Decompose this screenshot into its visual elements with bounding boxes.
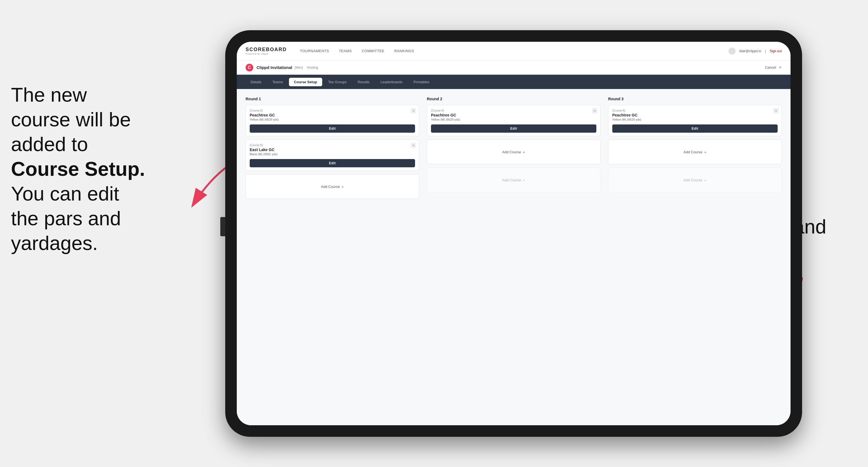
add-course-r1-1-label: Add Course — [321, 185, 340, 189]
nav-item-rankings[interactable]: RANKINGS — [394, 48, 414, 54]
round-3-header: Round 3 — [608, 97, 782, 101]
cancel-button[interactable]: Cancel ✕ — [765, 65, 782, 69]
edit-button-r1-b[interactable]: Edit — [250, 159, 415, 167]
round-2-column: Round 2 ✕ (Course A) Peachtree GC Yellow… — [427, 97, 600, 202]
add-course-r1-1-plus: + — [341, 184, 344, 189]
course-tee-r3-a: Yellow (M) (6629 yds) — [612, 118, 778, 121]
add-course-r2-2: Add Course + — [427, 167, 600, 192]
sub-tabs: Details Teams Course Setup Tee Groups Re… — [237, 75, 790, 89]
add-course-r3-1[interactable]: Add Course + — [608, 139, 782, 164]
logo-sub: Powered by clippd — [246, 53, 287, 55]
add-course-r3-1-label: Add Course — [683, 150, 702, 154]
cancel-x-icon: ✕ — [779, 65, 782, 69]
course-card-r3-a: ✕ (Course A) Peachtree GC Yellow (M) (66… — [608, 105, 782, 136]
course-name-r1-b: East Lake GC — [250, 148, 415, 152]
course-tee-r2-a: Yellow (M) (6629 yds) — [431, 118, 596, 121]
tournament-gender: (Men) — [294, 66, 303, 69]
tab-leaderboards[interactable]: Leaderboards — [375, 78, 407, 86]
edit-button-r1-a[interactable]: Edit — [250, 124, 415, 133]
edit-button-r2-a[interactable]: Edit — [431, 124, 596, 133]
delete-course-r1-b-icon[interactable]: ✕ — [411, 143, 416, 148]
tablet-frame: SCOREBOARD Powered by clippd TOURNAMENTS… — [225, 30, 802, 437]
nav-email: blair@clippd.io — [739, 49, 761, 53]
nav-item-tournaments[interactable]: TOURNAMENTS — [300, 48, 329, 54]
tab-course-setup[interactable]: Course Setup — [289, 78, 322, 86]
round-2-header: Round 2 — [427, 97, 600, 101]
course-label-r3-a: (Course A) — [612, 109, 778, 112]
add-course-r2-2-plus: + — [523, 178, 525, 182]
nav-item-teams[interactable]: TEAMS — [339, 48, 352, 54]
edit-button-r3-a[interactable]: Edit — [612, 124, 778, 133]
course-tee-r1-b: Black (M) (6891 yds) — [250, 152, 415, 156]
delete-course-r1-a-icon[interactable]: ✕ — [411, 108, 416, 114]
round-1-header: Round 1 — [246, 97, 419, 101]
course-tee-r1-a: Yellow (M) (6629 yds) — [250, 118, 415, 121]
course-name-r2-a: Peachtree GC — [431, 113, 596, 117]
logo-area: SCOREBOARD Powered by clippd — [246, 47, 287, 55]
logo-scoreboard: SCOREBOARD — [246, 47, 287, 53]
tablet-screen: SCOREBOARD Powered by clippd TOURNAMENTS… — [237, 42, 790, 425]
nav-item-committee[interactable]: COMMITTEE — [362, 48, 384, 54]
nav-separator: | — [765, 49, 766, 53]
delete-course-r2-a-icon[interactable]: ✕ — [592, 108, 597, 114]
add-course-r3-2-label: Add Course — [683, 178, 702, 182]
course-label-r1-a: (Course A) — [250, 109, 415, 112]
add-course-r3-1-plus: + — [704, 150, 707, 154]
tournament-hosting: Hosting — [307, 66, 318, 69]
add-course-r2-1-label: Add Course — [502, 150, 521, 154]
top-nav: SCOREBOARD Powered by clippd TOURNAMENTS… — [237, 42, 790, 60]
add-course-r2-2-label: Add Course — [502, 178, 521, 182]
tablet-side-button — [220, 217, 225, 236]
nav-items: TOURNAMENTS TEAMS COMMITTEE RANKINGS — [300, 48, 728, 54]
tournament-logo: C — [246, 64, 253, 71]
delete-course-r3-a-icon[interactable]: ✕ — [773, 108, 779, 114]
nav-avatar — [728, 48, 736, 55]
course-label-r2-a: (Course A) — [431, 109, 596, 112]
main-content: Round 1 ✕ (Course A) Peachtree GC Yellow… — [237, 89, 790, 425]
course-name-r1-a: Peachtree GC — [250, 113, 415, 117]
tab-results[interactable]: Results — [353, 78, 374, 86]
course-card-r1-b: ✕ (Course B) East Lake GC Black (M) (689… — [246, 139, 419, 171]
nav-right: blair@clippd.io | Sign out — [728, 48, 782, 55]
add-course-r2-1-plus: + — [523, 150, 525, 154]
course-card-r2-a: ✕ (Course A) Peachtree GC Yellow (M) (66… — [427, 105, 600, 136]
tournament-bar: C Clippd Invitational (Men) Hosting Canc… — [237, 60, 790, 75]
tab-printables[interactable]: Printables — [408, 78, 434, 86]
add-course-r1-1[interactable]: Add Course + — [246, 174, 419, 199]
add-course-r3-2-plus: + — [704, 178, 707, 182]
sign-out-link[interactable]: Sign out — [770, 49, 782, 53]
course-card-r1-a: ✕ (Course A) Peachtree GC Yellow (M) (66… — [246, 105, 419, 136]
add-course-r2-1[interactable]: Add Course + — [427, 139, 600, 164]
round-3-column: Round 3 ✕ (Course A) Peachtree GC Yellow… — [608, 97, 782, 202]
tab-details[interactable]: Details — [246, 78, 267, 86]
course-label-r1-b: (Course B) — [250, 144, 415, 147]
round-1-column: Round 1 ✕ (Course A) Peachtree GC Yellow… — [246, 97, 419, 202]
tab-tee-groups[interactable]: Tee Groups — [323, 78, 351, 86]
tab-teams[interactable]: Teams — [268, 78, 288, 86]
rounds-grid: Round 1 ✕ (Course A) Peachtree GC Yellow… — [246, 97, 782, 202]
add-course-r3-2: Add Course + — [608, 167, 782, 192]
tournament-name: Clippd Invitational — [256, 65, 292, 70]
course-name-r3-a: Peachtree GC — [612, 113, 778, 117]
